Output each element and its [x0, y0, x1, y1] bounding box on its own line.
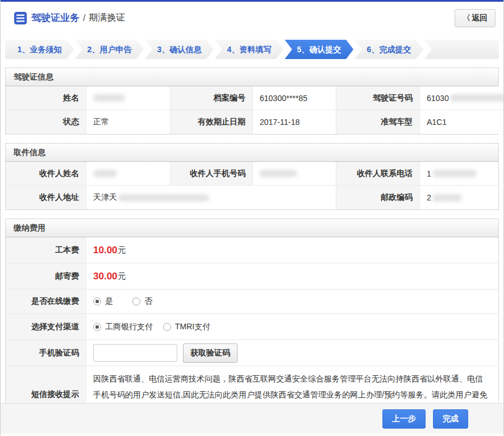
file-no-label: 档案编号: [170, 86, 253, 110]
currency-unit: 元: [118, 245, 126, 255]
step-ribbon-filler: [424, 40, 499, 59]
online-payment-no-label: 否: [144, 296, 152, 307]
license-no-label: 驾驶证号码: [336, 86, 420, 110]
online-payment-no-option[interactable]: 否: [132, 296, 152, 307]
section-pickup-info: 取件信息 收件人姓名 收件人手机号码 收件人联系电话 1 收件人地址 天津天 邮…: [5, 143, 499, 210]
postcode-value: 2: [420, 186, 498, 209]
section-fees: 缴纳费用 工本费 10.00元 邮寄费 30.00元 是否在线缴费 是 否 选择…: [5, 219, 499, 424]
postage-fee-value: 30.00元: [86, 263, 498, 290]
sms-code-row: 获取验证码: [86, 340, 498, 366]
name-value: [86, 86, 170, 110]
page: 驾驶证业务 / 期满换证 〈返回 1、业务须知 2、用户申告 3、确认信息 4、…: [0, 0, 504, 436]
redacted-recipient-phone: [432, 170, 477, 177]
step-2-user-declaration[interactable]: 2、用户申告: [75, 40, 144, 59]
redacted-recipient-mobile: [260, 170, 297, 177]
radio-unchecked-icon[interactable]: [132, 297, 140, 305]
payment-channel-tmri-option[interactable]: TMRI支付: [163, 322, 210, 332]
redacted-postcode: [432, 194, 462, 202]
online-payment-options: 是 否: [86, 290, 498, 314]
section-license-info: 驾驶证信息 姓名 档案编号 610300****85 驾驶证号码 61030 状…: [5, 68, 499, 135]
sms-code-input[interactable]: [93, 344, 177, 362]
radio-checked-icon[interactable]: [93, 297, 101, 305]
payment-channel-label: 选择支付渠道: [6, 314, 86, 340]
back-button-label: 返回: [472, 13, 488, 22]
expiry-value: 2017-11-18: [253, 110, 336, 134]
postage-fee-label: 邮寄费: [6, 263, 86, 290]
redacted-license-no: [450, 94, 504, 102]
currency-unit: 元: [118, 271, 126, 282]
address-value: 天津天: [86, 186, 336, 209]
section-title-fees: 缴纳费用: [6, 219, 498, 237]
vehicle-type-label: 准驾车型: [336, 110, 420, 134]
status-label: 状态: [6, 110, 86, 134]
recipient-name-label: 收件人姓名: [6, 162, 86, 186]
breadcrumb-separator: /: [83, 13, 85, 23]
address-visible-part: 天津天: [93, 192, 117, 203]
get-sms-code-button[interactable]: 获取验证码: [183, 343, 238, 363]
production-fee-label: 工本费: [6, 237, 86, 263]
license-info-table: 姓名 档案编号 610300****85 驾驶证号码 61030 状态 正常 有…: [6, 86, 498, 134]
section-title-pickup-info: 取件信息: [6, 144, 498, 162]
payment-channel-icbc-option[interactable]: 工商银行支付: [93, 322, 153, 332]
payment-channel-tmri-label: TMRI支付: [175, 322, 210, 332]
online-payment-label: 是否在线缴费: [6, 290, 86, 314]
production-fee-value: 10.00元: [86, 237, 498, 263]
step-1-business-notice[interactable]: 1、业务须知: [5, 40, 74, 59]
file-no-value: 610300****85: [253, 86, 336, 110]
previous-step-button[interactable]: 上一步: [382, 409, 426, 429]
finish-button[interactable]: 完成: [433, 409, 468, 429]
address-label: 收件人地址: [6, 186, 86, 209]
vehicle-type-value: A1C1: [420, 110, 504, 134]
license-no-value: 61030: [420, 86, 504, 110]
step-6-complete-submit[interactable]: 6、完成提交: [355, 40, 423, 59]
postage-fee-amount: 30.00: [93, 271, 118, 282]
license-no-visible-part: 61030: [427, 94, 449, 103]
redacted-address: [118, 194, 209, 202]
section-title-license-info: 驾驶证信息: [6, 68, 498, 86]
document-list-icon: [14, 12, 27, 24]
recipient-phone-value: 1: [420, 162, 498, 186]
pickup-info-table: 收件人姓名 收件人手机号码 收件人联系电话 1 收件人地址 天津天 邮政编码 2: [6, 162, 498, 209]
postcode-visible-part: 2: [427, 193, 431, 202]
page-header: 驾驶证业务 / 期满换证 〈返回: [1, 2, 503, 34]
redacted-recipient-name: [93, 170, 117, 177]
online-payment-yes-option[interactable]: 是: [93, 296, 113, 307]
online-payment-yes-label: 是: [105, 296, 113, 307]
step-3-confirm-info[interactable]: 3、确认信息: [145, 40, 214, 59]
sms-code-label: 手机验证码: [6, 340, 86, 366]
recipient-mobile-value: [253, 162, 336, 186]
step-5-confirm-submit[interactable]: 5、确认提交: [285, 40, 353, 59]
chevron-left-icon: 〈: [463, 13, 470, 22]
recipient-phone-label: 收件人联系电话: [336, 162, 420, 186]
page-title: 驾驶证业务: [31, 11, 80, 24]
recipient-phone-visible-part: 1: [427, 169, 431, 178]
step-4-fill-data[interactable]: 4、资料填写: [215, 40, 284, 59]
recipient-mobile-label: 收件人手机号码: [170, 162, 253, 186]
production-fee-amount: 10.00: [93, 245, 118, 256]
back-button[interactable]: 〈返回: [455, 9, 495, 27]
breadcrumb-current: 期满换证: [89, 12, 125, 24]
redacted-name: [93, 94, 125, 102]
name-label: 姓名: [6, 86, 86, 110]
status-value: 正常: [86, 110, 170, 134]
expiry-label: 有效期止日期: [170, 110, 253, 134]
fees-table: 工本费 10.00元 邮寄费 30.00元 是否在线缴费 是 否 选择支付渠道 …: [6, 237, 498, 423]
radio-checked-icon[interactable]: [93, 323, 101, 331]
payment-channel-icbc-label: 工商银行支付: [105, 322, 153, 332]
footer-action-bar: 上一步 完成: [1, 403, 503, 434]
recipient-name-value: [86, 162, 170, 186]
wizard-steps: 1、业务须知 2、用户申告 3、确认信息 4、资料填写 5、确认提交 6、完成提…: [5, 40, 499, 59]
payment-channel-options: 工商银行支付 TMRI支付: [86, 314, 498, 340]
radio-unchecked-icon[interactable]: [163, 323, 171, 331]
postcode-label: 邮政编码: [336, 186, 420, 209]
